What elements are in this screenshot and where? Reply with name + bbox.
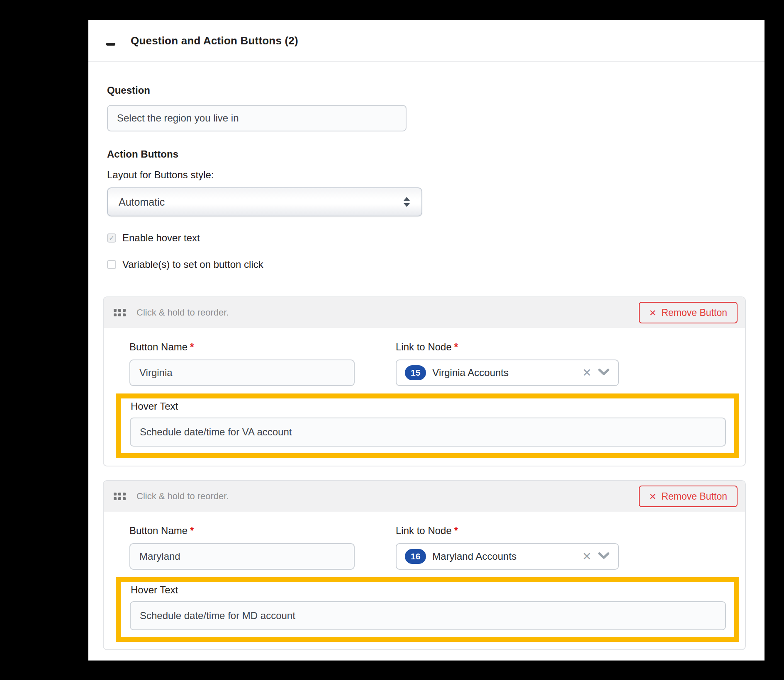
card-header: Click & hold to reorder. ✕ Remove Button <box>104 481 745 512</box>
remove-button[interactable]: ✕ Remove Button <box>639 302 738 323</box>
node-id-badge: 16 <box>405 549 426 563</box>
variables-label: Variable(s) to set on button click <box>122 259 263 270</box>
hover-text-label: Hover Text <box>131 401 178 412</box>
section-header: Question and Action Buttons (2) <box>88 20 765 62</box>
drag-dot <box>123 493 126 495</box>
button-name-input[interactable] <box>129 359 355 386</box>
button-name-label: Button Name* <box>129 525 194 537</box>
page-title: Question and Action Buttons (2) <box>131 20 298 61</box>
hover-text-input[interactable] <box>130 601 726 630</box>
node-name: Maryland Accounts <box>432 551 516 562</box>
clear-icon[interactable]: ✕ <box>582 367 592 379</box>
variables-checkbox[interactable] <box>107 260 116 269</box>
drag-dot <box>118 497 121 500</box>
drag-dot <box>123 313 126 316</box>
remove-x-icon: ✕ <box>649 308 657 317</box>
drag-dot <box>118 313 121 316</box>
layout-style-selected-value: Automatic <box>119 196 165 208</box>
link-to-node-select[interactable]: 15 Virginia Accounts ✕ <box>396 359 619 386</box>
drag-handle-icon[interactable] <box>114 493 126 500</box>
drag-dot <box>114 497 117 500</box>
enable-hover-row: ✓ Enable hover text <box>107 232 200 244</box>
reorder-hint: Click & hold to reorder. <box>136 491 229 502</box>
card-header: Click & hold to reorder. ✕ Remove Button <box>104 297 745 328</box>
link-to-node-label: Link to Node* <box>396 525 458 537</box>
select-spinner-icon <box>403 196 411 208</box>
question-input[interactable] <box>107 105 407 131</box>
action-button-card: Click & hold to reorder. ✕ Remove Button… <box>103 296 746 466</box>
action-button-card: Click & hold to reorder. ✕ Remove Button… <box>103 480 746 650</box>
select-icons: ✕ <box>582 367 610 379</box>
select-icons: ✕ <box>582 551 610 562</box>
reorder-hint: Click & hold to reorder. <box>136 307 229 318</box>
button-name-input[interactable] <box>129 543 355 570</box>
drag-dot <box>118 493 121 495</box>
button-name-label: Button Name* <box>129 341 194 353</box>
minus-icon <box>106 43 115 46</box>
variables-row: Variable(s) to set on button click <box>107 259 263 270</box>
required-asterisk: * <box>454 341 458 352</box>
enable-hover-checkbox[interactable]: ✓ <box>107 233 116 243</box>
node-id-badge: 15 <box>405 365 426 380</box>
drag-dot <box>114 313 117 316</box>
required-asterisk: * <box>190 341 194 352</box>
layout-style-label: Layout for Buttons style: <box>107 169 214 181</box>
remove-button-label: Remove Button <box>661 307 727 318</box>
remove-button-label: Remove Button <box>661 491 727 502</box>
layout-style-select[interactable]: Automatic <box>107 187 422 216</box>
drag-dot <box>114 493 117 495</box>
action-buttons-label: Action Buttons <box>107 148 178 160</box>
clear-icon[interactable]: ✕ <box>582 551 592 562</box>
node-name: Virginia Accounts <box>432 367 509 379</box>
drag-dot <box>123 497 126 500</box>
chevron-down-icon[interactable] <box>598 368 610 377</box>
remove-x-icon: ✕ <box>649 492 657 501</box>
required-asterisk: * <box>454 525 458 536</box>
link-to-node-label: Link to Node* <box>396 341 458 353</box>
drag-dot <box>118 309 121 312</box>
check-icon: ✓ <box>109 234 114 243</box>
drag-dot <box>123 309 126 312</box>
hover-text-label: Hover Text <box>131 584 178 596</box>
required-asterisk: * <box>190 525 194 536</box>
chevron-down-icon[interactable] <box>598 552 610 561</box>
remove-button[interactable]: ✕ Remove Button <box>639 486 738 507</box>
question-label: Question <box>107 85 150 96</box>
drag-dot <box>114 309 117 312</box>
hover-text-input[interactable] <box>130 418 726 447</box>
enable-hover-label: Enable hover text <box>122 232 200 244</box>
drag-handle-icon[interactable] <box>114 309 126 316</box>
link-to-node-select[interactable]: 16 Maryland Accounts ✕ <box>396 543 619 570</box>
collapse-icon[interactable] <box>106 37 120 47</box>
editor-panel: Question and Action Buttons (2) Question… <box>88 20 765 661</box>
